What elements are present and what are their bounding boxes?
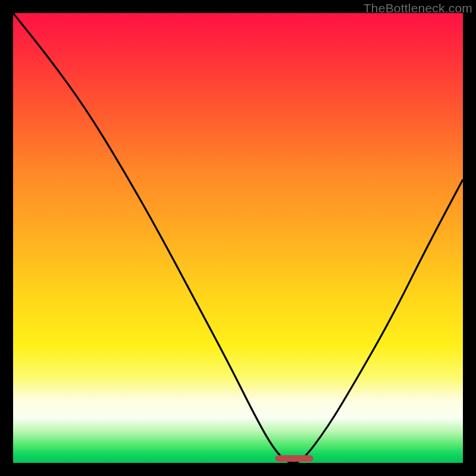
curve-svg xyxy=(13,13,463,463)
plot-area xyxy=(13,13,463,463)
chart-frame: TheBottleneck.com xyxy=(0,0,476,476)
bottleneck-curve xyxy=(13,13,463,463)
